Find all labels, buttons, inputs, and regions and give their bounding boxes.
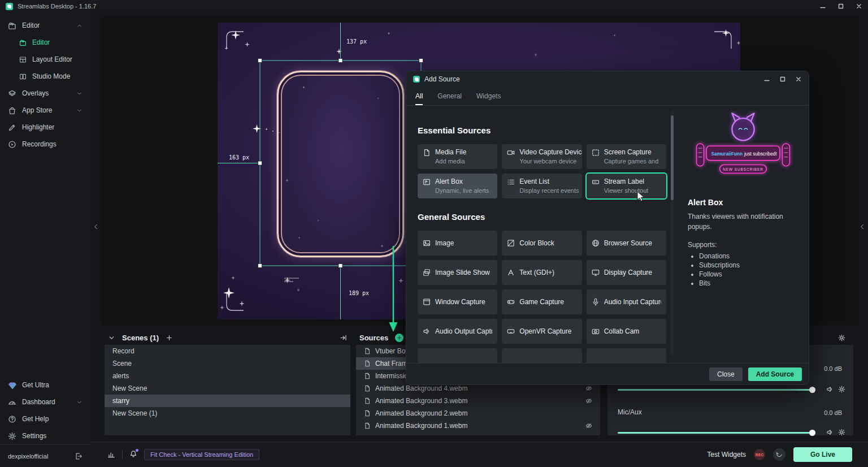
chevron-left-icon — [93, 223, 99, 230]
scene-list-item[interactable]: New Scene — [105, 382, 350, 395]
chat-frame-element[interactable] — [277, 71, 404, 257]
source-card-openvr-capture[interactable]: OpenVR Capture — [502, 319, 581, 344]
active-collection-pill[interactable]: Fit Check - Vertical Streaming Edition — [144, 449, 259, 460]
sidebar-item-highlighter[interactable]: Highlighter — [0, 119, 90, 136]
slider-knob[interactable] — [809, 430, 815, 436]
tab-widgets[interactable]: Widgets — [476, 92, 501, 105]
visibility-off-icon[interactable] — [585, 385, 592, 392]
source-card-display-capture[interactable]: Display Capture — [587, 260, 666, 285]
source-card-clipped[interactable] — [418, 348, 497, 363]
minimize-icon[interactable] — [819, 3, 826, 10]
scrollbar-thumb[interactable] — [671, 115, 674, 200]
collapse-right-panel[interactable] — [857, 12, 868, 441]
source-card-image-slide-show[interactable]: Image Slide Show — [418, 260, 497, 285]
source-file-icon — [364, 397, 371, 404]
source-card-color-block[interactable]: Color Block — [502, 231, 581, 256]
slideshow-icon — [423, 269, 431, 276]
close-icon[interactable] — [856, 3, 862, 10]
measure-top-label: 137 px — [346, 38, 367, 45]
close-button[interactable]: Close — [709, 367, 743, 381]
sidebar-item-get-ultra[interactable]: Get Ultra — [0, 377, 90, 394]
modal-scrollbar[interactable] — [671, 111, 674, 356]
scenes-panel-header: Scenes (1) — [105, 331, 350, 345]
maximize-icon[interactable] — [779, 76, 786, 83]
window-controls — [819, 3, 862, 10]
scene-list-item[interactable]: Record — [105, 345, 350, 357]
source-card-collab-cam[interactable]: Collab Cam — [587, 319, 666, 344]
sidebar-item-label: Layout Editor — [32, 55, 72, 63]
sidebar-group-editor[interactable]: Editor — [0, 17, 90, 34]
source-card-clipped[interactable] — [587, 348, 666, 363]
source-card-video-capture-device[interactable]: Video Capture DeviceYour webcam device — [502, 144, 581, 169]
source-card-audio-output-capture[interactable]: Audio Output Capture — [418, 319, 497, 344]
collapse-left-panel[interactable] — [90, 12, 102, 441]
sidebar-item-overlays[interactable]: Overlays — [0, 85, 90, 102]
image-icon — [423, 239, 431, 247]
test-widgets-button[interactable]: Test Widgets — [707, 451, 746, 459]
visibility-off-icon[interactable] — [585, 422, 592, 429]
source-card-window-capture[interactable]: Window Capture — [418, 289, 497, 314]
scene-list-item[interactable]: alerts — [105, 370, 350, 382]
add-source-plus-icon[interactable] — [395, 334, 403, 342]
sidebar-item-layout-editor[interactable]: Layout Editor — [0, 51, 90, 68]
sidebar-item-studio-mode[interactable]: Studio Mode — [0, 68, 90, 85]
source-card-clipped[interactable] — [502, 348, 581, 363]
source-list-item[interactable]: Animated Background 3.webm — [356, 395, 600, 407]
source-card-alert-box[interactable]: Alert BoxDynamic, live alerts — [418, 174, 497, 198]
visibility-off-icon[interactable] — [585, 397, 592, 404]
add-source-button[interactable]: Add Source — [748, 367, 802, 381]
mute-speaker-icon[interactable] — [826, 429, 834, 436]
source-card-game-capture[interactable]: Game Capture — [502, 289, 581, 314]
tab-all[interactable]: All — [415, 92, 423, 105]
sidebar-item-settings[interactable]: Settings — [0, 427, 90, 444]
scene-list-item[interactable]: New Scene (1) — [105, 407, 350, 420]
layout-editor-icon — [19, 56, 27, 63]
source-card-stream-label[interactable]: Stream LabelViewer shoutout — [587, 174, 666, 198]
sidebar-item-editor[interactable]: Editor — [0, 34, 90, 51]
chevron-down-icon[interactable] — [108, 334, 115, 341]
go-live-button[interactable]: Go Live — [793, 447, 852, 462]
settings-gear-icon — [8, 432, 16, 440]
channel-gear-icon[interactable] — [838, 386, 845, 393]
channel-gear-icon[interactable] — [838, 429, 845, 436]
channel-db-value: 0.0 dB — [824, 365, 842, 372]
source-card-browser-source[interactable]: Browser Source — [587, 231, 666, 256]
sidebar-item-get-help[interactable]: Get Help — [0, 410, 90, 427]
performance-chart-icon[interactable] — [107, 451, 115, 459]
volume-slider[interactable] — [618, 389, 814, 391]
history-button[interactable] — [773, 448, 785, 461]
logout-icon[interactable] — [75, 452, 83, 460]
mixer-settings-gear-icon[interactable] — [838, 334, 845, 341]
source-card-event-list[interactable]: Event ListDisplay recent events — [502, 174, 581, 198]
app-store-icon — [8, 106, 16, 115]
detail-description: Thanks viewers with notification popups. — [688, 211, 798, 232]
source-card-media-file[interactable]: Media FileAdd media — [418, 144, 497, 169]
source-list-item[interactable]: Animated Background 2.webm — [356, 407, 600, 420]
sidebar-item-dashboard[interactable]: Dashboard — [0, 394, 90, 410]
source-card-image[interactable]: Image — [418, 231, 497, 256]
add-scene-icon[interactable] — [166, 334, 173, 341]
source-card-audio-input-capture[interactable]: Audio Input Capture — [587, 289, 666, 314]
source-list-item[interactable]: Animated Background 1.webm — [356, 420, 600, 432]
history-icon — [776, 451, 783, 458]
scene-list-item-selected[interactable]: starry — [105, 395, 350, 407]
sidebar-item-label: Overlays — [22, 89, 49, 97]
maximize-icon[interactable] — [837, 3, 844, 10]
notifications-bell[interactable] — [129, 450, 137, 460]
volume-slider[interactable] — [618, 432, 814, 434]
source-card-text-gdi[interactable]: Text (GDI+) — [502, 260, 581, 285]
sidebar-item-recordings[interactable]: Recordings — [0, 136, 90, 153]
close-icon[interactable] — [795, 76, 802, 83]
minimize-icon[interactable] — [763, 76, 770, 83]
tab-general[interactable]: General — [437, 92, 462, 105]
user-account-row[interactable]: dexpixelofficial — [0, 444, 90, 467]
dock-panel-icon[interactable] — [340, 334, 347, 341]
globe-icon — [592, 239, 600, 247]
sidebar-item-app-store[interactable]: App Store — [0, 102, 90, 119]
mute-speaker-icon[interactable] — [826, 386, 834, 393]
slider-knob[interactable] — [809, 387, 815, 393]
supports-item: Subscriptions — [699, 261, 798, 269]
source-card-screen-capture[interactable]: Screen CaptureCapture games and — [587, 144, 666, 169]
scene-list-item[interactable]: Scene — [105, 357, 350, 370]
rec-badge[interactable]: REC — [754, 449, 765, 460]
